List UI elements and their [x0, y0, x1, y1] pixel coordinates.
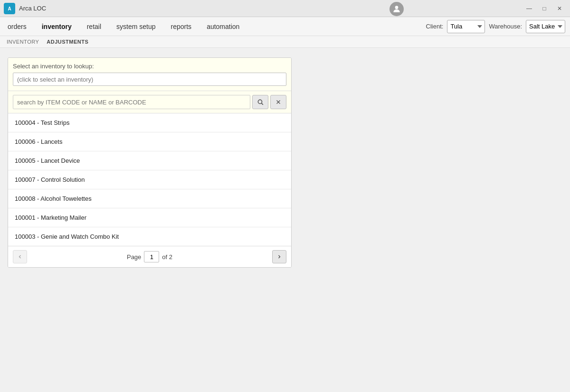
- select-section: Select an inventory to lookup:: [8, 58, 291, 91]
- svg-line-4: [262, 103, 263, 105]
- titlebar: A Arca LOC — □ ✕: [0, 0, 570, 17]
- search-bar: [8, 91, 291, 113]
- menu-item-retail[interactable]: retail: [84, 21, 104, 32]
- clear-button[interactable]: [270, 95, 286, 109]
- search-button[interactable]: [252, 95, 268, 109]
- inventory-select-input[interactable]: [13, 73, 286, 86]
- prev-page-button[interactable]: [13, 250, 27, 263]
- pagination: Page of 2: [8, 246, 291, 267]
- menu-item-system-setup[interactable]: system setup: [114, 21, 158, 32]
- warehouse-label: Warehouse:: [489, 23, 522, 30]
- breadcrumb: INVENTORY ADJUSTMENTS: [0, 36, 570, 48]
- search-input[interactable]: [13, 95, 250, 109]
- breadcrumb-adjustments[interactable]: ADJUSTMENTS: [47, 39, 88, 45]
- client-select[interactable]: Tula: [447, 20, 485, 33]
- menu-item-inventory[interactable]: inventory: [39, 21, 75, 32]
- next-page-button[interactable]: [272, 250, 286, 263]
- close-button[interactable]: ✕: [553, 3, 566, 14]
- warehouse-select[interactable]: Salt Lake: [526, 20, 565, 33]
- list-item[interactable]: 100004 - Test Strips: [8, 113, 291, 132]
- maximize-button[interactable]: □: [538, 3, 551, 14]
- list-item[interactable]: 100008 - Alcohol Towelettes: [8, 189, 291, 208]
- client-label: Client:: [426, 23, 444, 30]
- list-item[interactable]: 100007 - Control Solution: [8, 170, 291, 189]
- list-item[interactable]: 100003 - Genie and Watch Combo Kit: [8, 227, 291, 246]
- menubar-right: Client: Tula Warehouse: Salt Lake: [426, 20, 565, 33]
- page-number-input[interactable]: [144, 251, 159, 262]
- page-label: Page: [127, 253, 141, 261]
- inventory-panel: Select an inventory to lookup:: [8, 57, 292, 268]
- list-item[interactable]: 100006 - Lancets: [8, 132, 291, 151]
- page-of-label: of 2: [162, 253, 172, 261]
- app-title: Arca LOC: [19, 5, 522, 12]
- list-item[interactable]: 100005 - Lancet Device: [8, 151, 291, 170]
- svg-point-2: [395, 6, 399, 9]
- list-item[interactable]: 100001 - Marketing Mailer: [8, 208, 291, 227]
- breadcrumb-inventory[interactable]: INVENTORY: [7, 39, 39, 45]
- main-content: Select an inventory to lookup:: [0, 48, 570, 391]
- inventory-list: 100004 - Test Strips 100006 - Lancets 10…: [8, 113, 291, 246]
- menu-item-orders[interactable]: orders: [5, 21, 29, 32]
- list-area: 100004 - Test Strips 100006 - Lancets 10…: [8, 113, 291, 246]
- svg-point-3: [258, 100, 262, 103]
- app-logo: A: [4, 3, 15, 14]
- menubar: orders inventory retail system setup rep…: [0, 17, 570, 36]
- profile-icon[interactable]: [390, 2, 404, 16]
- select-label: Select an inventory to lookup:: [13, 63, 286, 70]
- svg-text:A: A: [8, 6, 11, 11]
- window-controls: — □ ✕: [522, 3, 566, 14]
- menu-item-automation[interactable]: automation: [204, 21, 242, 32]
- menu-item-reports[interactable]: reports: [168, 21, 195, 32]
- minimize-button[interactable]: —: [522, 3, 536, 14]
